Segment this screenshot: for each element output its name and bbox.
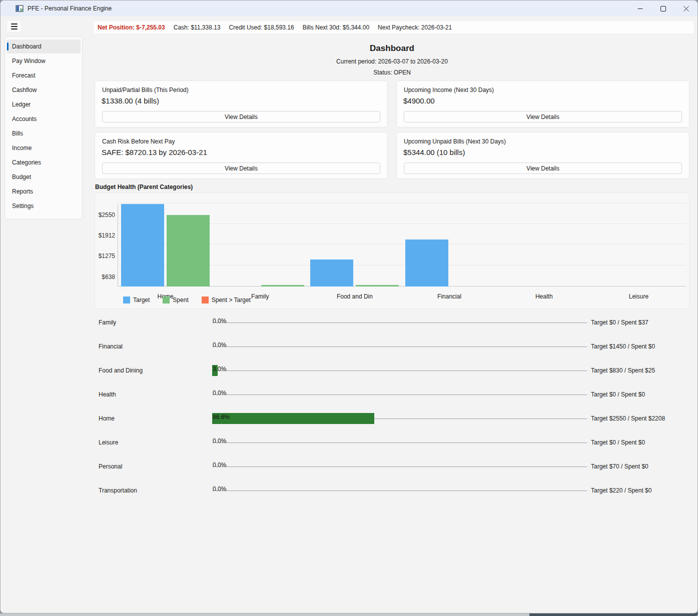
budget-target-spent-label: Target $220 / Spent $0 (591, 487, 651, 494)
screen: PFE - Personal Finance Engine Net Positi… (0, 0, 698, 616)
budget-progress-bar: 0.0% (212, 334, 587, 358)
sidebar-item-income[interactable]: Income (7, 141, 81, 155)
credit-used-value: Credit Used: $18,593.16 (229, 24, 294, 31)
budget-category-label: Personal (99, 463, 212, 470)
window-title: PFE - Personal Finance Engine (28, 5, 112, 12)
budget-progress-bar: 3.0% (212, 358, 587, 382)
progress-track (212, 394, 587, 395)
budget-progress-bar: 0.0% (212, 310, 587, 334)
sidebar-item-label: Budget (12, 174, 31, 180)
budget-category-label: Transportation (99, 487, 212, 494)
budget-progress-bar: 0.0% (212, 430, 587, 454)
sidebar-item-dashboard[interactable]: Dashboard (7, 40, 81, 54)
view-details-button[interactable]: View Details (404, 162, 682, 174)
chart-bars (118, 204, 686, 286)
budget-progress-bar: 0.0% (212, 478, 587, 502)
sidebar-item-label: Dashboard (12, 43, 42, 50)
budget-target-spent-label: Target $1450 / Spent $0 (591, 343, 655, 350)
spent-bar (167, 215, 210, 286)
budget-category-label: Health (99, 391, 212, 398)
budget-progress-list: Family0.0%Target $0 / Spent $37Financial… (99, 310, 689, 502)
minimize-button[interactable] (628, 0, 651, 16)
y-axis-tick-label: $2550 (96, 212, 115, 218)
card-title: Cash Risk Before Next Pay (102, 138, 175, 145)
budget-target-spent-label: Target $830 / Spent $25 (591, 367, 655, 374)
status-bar: Net Position: $-7,255.03 Cash: $11,338.1… (93, 20, 694, 34)
budget-category-label: Family (99, 319, 212, 326)
progress-percent-label: 0.0% (213, 342, 226, 348)
budget-progress-bar: 0.0% (212, 382, 587, 406)
x-axis-label: Food and Din (307, 293, 402, 300)
view-details-button[interactable]: View Details (102, 111, 380, 122)
menu-toggle-button[interactable] (7, 20, 22, 32)
chart-category-group (591, 204, 686, 286)
chart-category-group (307, 204, 402, 286)
budget-category-label: Leisure (99, 439, 212, 446)
legend-label: Spent > Target (212, 296, 251, 304)
sidebar-item-ledger[interactable]: Ledger (7, 98, 81, 112)
budget-target-spent-label: Target $0 / Spent $37 (591, 319, 648, 326)
progress-fill (212, 413, 374, 424)
budget-target-spent-label: Target $2550 / Spent $2208 (591, 415, 665, 422)
progress-track (212, 466, 587, 467)
card-value: $1338.00 (4 bills) (102, 96, 159, 105)
progress-percent-label: 0.0% (213, 486, 226, 492)
sidebar-item-bills[interactable]: Bills (7, 126, 81, 140)
budget-progress-bar: 86.6% (212, 406, 587, 430)
sidebar-item-label: Forecast (12, 72, 36, 79)
sidebar-item-budget[interactable]: Budget (7, 170, 81, 184)
sidebar-item-pay-window[interactable]: Pay Window (7, 54, 81, 68)
card-value: $4900.00 (403, 96, 435, 105)
sidebar-item-label: Settings (12, 202, 34, 210)
sidebar-item-categories[interactable]: Categories (7, 156, 81, 170)
card-title: Upcoming Income (Next 30 Days) (404, 86, 494, 94)
summary-card-upcoming-unpaid-bills-next-30-days: Upcoming Unpaid Bills (Next 30 Days)$534… (396, 132, 689, 179)
chart-legend: TargetSpentSpent > Target (123, 296, 251, 304)
y-axis-tick-label: $1275 (96, 252, 115, 260)
chart-category-group (213, 204, 307, 286)
budget-row-food-and-dining: Food and Dining3.0%Target $830 / Spent $… (99, 358, 689, 382)
view-details-button[interactable]: View Details (404, 111, 682, 122)
sidebar-item-label: Cashflow (12, 86, 37, 94)
close-button[interactable] (674, 0, 697, 16)
budget-row-transportation: Transportation0.0%Target $220 / Spent $0 (99, 478, 689, 502)
current-period-label: Current period: 2026-03-07 to 2026-03-20 (95, 58, 689, 65)
window-bottom-edge (0, 614, 529, 616)
sidebar-item-cashflow[interactable]: Cashflow (7, 83, 81, 97)
progress-percent-label: 0.0% (213, 438, 226, 444)
budget-row-health: Health0.0%Target $0 / Spent $0 (99, 382, 689, 406)
target-bar (121, 204, 164, 286)
progress-percent-label: 86.6% (213, 414, 230, 420)
view-details-button[interactable]: View Details (102, 162, 380, 174)
chart-category-group (497, 204, 591, 286)
sidebar-item-label: Income (12, 144, 32, 152)
progress-percent-label: 0.0% (213, 462, 226, 468)
budget-row-leisure: Leisure0.0%Target $0 / Spent $0 (99, 430, 689, 454)
summary-cards: Unpaid/Partial Bills (This Period)$1338.… (95, 80, 689, 179)
maximize-button[interactable] (651, 0, 674, 16)
budget-category-label: Food and Dining (99, 367, 212, 374)
sidebar-item-settings[interactable]: Settings (7, 199, 81, 213)
app-icon (16, 4, 24, 12)
progress-track (212, 346, 587, 347)
sidebar-item-forecast[interactable]: Forecast (7, 68, 81, 82)
budget-category-label: Home (99, 415, 212, 422)
target-bar (310, 260, 353, 286)
y-axis-tick-label: $638 (96, 274, 115, 280)
legend-swatch (202, 296, 209, 304)
chart-category-group (118, 204, 213, 286)
sidebar-item-label: Accounts (12, 116, 37, 122)
legend-item-target: Target (123, 296, 150, 304)
card-value: SAFE: $8720.13 by 2026-03-21 (102, 148, 207, 156)
sidebar-item-label: Ledger (12, 101, 31, 108)
maximize-icon (660, 6, 666, 12)
gridline (118, 203, 686, 204)
budget-health-title: Budget Health (Parent Categories) (95, 184, 193, 190)
legend-label: Target (133, 296, 150, 304)
spent-bar (261, 285, 304, 286)
summary-card-cash-risk-before-next-pay: Cash Risk Before Next PaySAFE: $8720.13 … (95, 132, 388, 179)
sidebar-item-reports[interactable]: Reports (7, 184, 81, 198)
sidebar-item-label: Categories (12, 159, 41, 166)
sidebar-item-label: Bills (12, 130, 23, 137)
sidebar-item-accounts[interactable]: Accounts (7, 112, 81, 126)
